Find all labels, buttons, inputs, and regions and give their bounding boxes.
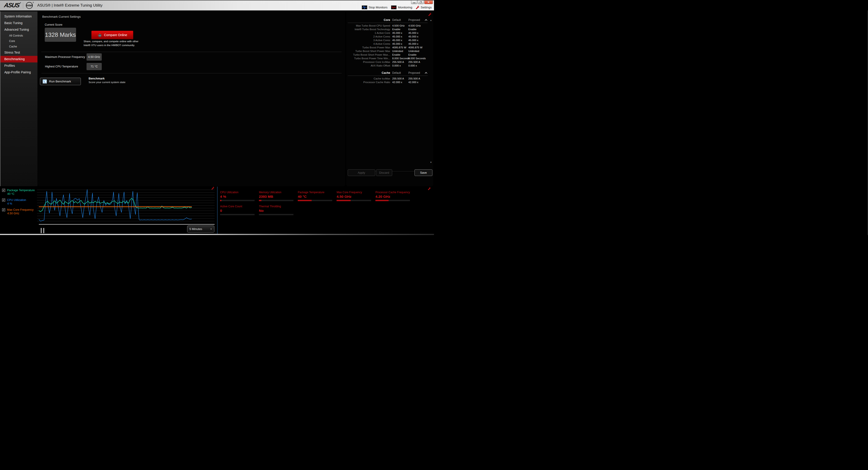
benchmark-section-title: Benchmark <box>89 77 105 80</box>
close-button[interactable]: ✕ <box>424 0 433 4</box>
monitor-metrics-grid: CPU Utilization4 %Memory Utilization2393… <box>220 191 414 215</box>
time-range-dropdown[interactable]: 5 Minutes ▼ <box>187 225 214 232</box>
compare-online-button[interactable]: Compare Online <box>91 31 133 39</box>
tuning-row: Turbo Boost Short Power Max...EnableEnab… <box>346 53 431 57</box>
series-checkbox[interactable]: ✓ <box>2 208 5 211</box>
metric-bar <box>220 200 255 201</box>
save-button[interactable]: Save <box>414 169 432 176</box>
title-bar: ASUS® intel® ASUS® | Intel® Extreme Tuni… <box>0 0 434 10</box>
asus-logo: ASUS® <box>4 2 21 9</box>
stop-monitors-button[interactable]: Stop Monitors <box>362 5 388 9</box>
page-title: Benchmark Current Settings <box>42 15 81 19</box>
collapse-chevron-icon[interactable] <box>425 19 427 22</box>
tuning-row: 4 Active Cores45.000 x45.000 x <box>346 42 431 45</box>
series-line-cpu-utilization <box>39 190 192 221</box>
benchmark-gauge-icon <box>42 79 47 84</box>
divider <box>348 23 428 23</box>
benchmark-section-subtitle: Score your current system state <box>89 81 125 84</box>
sidebar-item-cache[interactable]: Cache <box>0 44 37 49</box>
tuning-row: Turbo Boost Power Time Win...8.000 Secon… <box>346 57 431 60</box>
minimize-button[interactable] <box>411 0 417 4</box>
tuning-row: 2 Active Cores45.000 x45.000 x <box>346 35 431 38</box>
apply-button[interactable]: Apply <box>348 169 375 176</box>
discard-button[interactable]: Discard <box>376 169 392 176</box>
metric-processor-cache-frequency: Processor Cache Frequency4.20 GHz <box>375 191 414 201</box>
max-frequency-value: 4.50 GHz <box>87 53 102 61</box>
tuning-proposal-panel: ▲ ▼ CoreDefaultProposedMax Turbo Boost C… <box>346 11 433 186</box>
sidebar-item-all-controls[interactable]: All Controls <box>0 33 37 38</box>
current-score-value: 1328 Marks <box>45 28 76 42</box>
tuning-row: Processor Core IccMax255.500 A255.500 A <box>346 60 431 64</box>
legend-entry: ✓Package Temperature40 °C <box>2 189 37 195</box>
run-benchmark-label: Run Benchmark <box>49 80 71 83</box>
legend-entry: ✓Max Core Frequency4.50 GHz <box>2 208 37 215</box>
asus-registered-mark: ® <box>20 2 21 4</box>
metric-bar <box>298 200 332 201</box>
tuning-row: Turbo Boost Short Power MaxUnlimitedUnli… <box>346 49 431 53</box>
series-current-value: 4 % <box>7 202 37 205</box>
series-label: Package Temperature <box>7 189 35 192</box>
sidebar-item-core[interactable]: Core <box>0 38 37 44</box>
hwbot-mascot-icon <box>97 33 102 37</box>
panel-settings-wrench-icon[interactable] <box>428 13 432 16</box>
monitoring-panel: CPU Utilization4 %Memory Utilization2393… <box>219 187 434 235</box>
sidebar-item-basic-tuning[interactable]: Basic Tuning <box>0 20 37 26</box>
share-description: Share, compare, and compete online with … <box>84 39 138 47</box>
panel-divider <box>217 187 218 234</box>
proposed-column-header: Proposed <box>408 71 423 74</box>
intel-logo: intel® <box>26 2 33 9</box>
minimize-icon <box>413 2 415 3</box>
tuning-row: Max Turbo Boost CPU Speed4.500 GHz4.500 … <box>346 24 431 28</box>
series-checkbox[interactable]: ✓ <box>2 189 5 192</box>
restore-button[interactable] <box>417 0 424 4</box>
sidebar-item-profiles[interactable]: Profiles <box>0 62 37 69</box>
sidebar-item-stress-test[interactable]: Stress Test <box>0 49 37 56</box>
restore-icon <box>420 2 422 3</box>
series-checkbox[interactable]: ✓ <box>2 198 5 201</box>
monitoring-button[interactable]: Monitoring <box>391 5 412 9</box>
highest-temp-label: Highest CPU Temperature <box>45 63 78 70</box>
metric-active-core-count: Active Core Count0 <box>220 205 259 215</box>
highest-temp-value: 71 °C <box>87 63 102 70</box>
tuning-row: AVX Ratio Offset0.000 x0.000 x <box>346 64 431 67</box>
close-icon: ✕ <box>427 1 430 4</box>
monitor-settings-wrench-icon[interactable] <box>428 187 431 190</box>
intel-registered-mark: ® <box>33 2 34 3</box>
graph-baseline <box>39 224 215 224</box>
section-name: Cache <box>346 71 390 74</box>
metric-bar <box>220 214 255 215</box>
default-column-header: Default <box>390 19 408 22</box>
metric-cpu-utilization: CPU Utilization4 % <box>220 191 259 201</box>
run-benchmark-button[interactable]: Run Benchmark <box>40 77 81 85</box>
tuning-row: Intel® Turbo Boost TechnologyEnableEnabl… <box>346 28 431 31</box>
pause-button[interactable] <box>41 228 44 233</box>
series-current-value: 40 °C <box>7 192 37 195</box>
metric-max-core-frequency: Max Core Frequency4.50 GHz <box>337 191 375 201</box>
compare-online-label: Compare Online <box>104 33 127 37</box>
metric-package-temperature: Package Temperature40 °C <box>298 191 337 201</box>
window-bottom-frame <box>0 234 434 235</box>
sidebar-item-benchmarking[interactable]: Benchmarking <box>0 56 37 62</box>
collapse-chevron-icon[interactable] <box>425 72 427 74</box>
metric-bar <box>259 214 293 215</box>
brand-logos: ASUS® intel® ASUS® | Intel® Extreme Tuni… <box>4 2 102 9</box>
section-name: Core <box>346 19 390 22</box>
legend-entry: ✓CPU Utilization4 % <box>2 198 37 205</box>
settings-button[interactable]: Settings <box>416 6 432 9</box>
pause-icon <box>43 228 44 233</box>
sidebar-nav: System InformationBasic TuningAdvanced T… <box>0 11 37 186</box>
metric-thermal-throttling: Thermal ThrottlingNo <box>259 205 298 215</box>
sidebar-item-system-information[interactable]: System Information <box>0 13 37 20</box>
sidebar-item-app-profile-pairing[interactable]: App-Profile Pairing <box>0 69 37 75</box>
line-graph-icon <box>391 5 397 9</box>
metric-bar <box>337 200 371 201</box>
scroll-down-arrow[interactable]: ▼ <box>430 161 432 163</box>
sidebar-item-advanced-tuning[interactable]: Advanced Tuning <box>0 26 37 33</box>
tuning-table: CoreDefaultProposedMax Turbo Boost CPU S… <box>346 18 431 84</box>
series-current-value: 4.50 GHz <box>7 212 37 215</box>
monitoring-label: Monitoring <box>398 6 412 9</box>
monitor-line-chart <box>39 188 215 224</box>
metric-memory-utilization: Memory Utilization2393 MB <box>259 191 298 201</box>
divider <box>41 73 342 73</box>
max-frequency-label: Maximum Processor Frequency <box>45 53 85 61</box>
